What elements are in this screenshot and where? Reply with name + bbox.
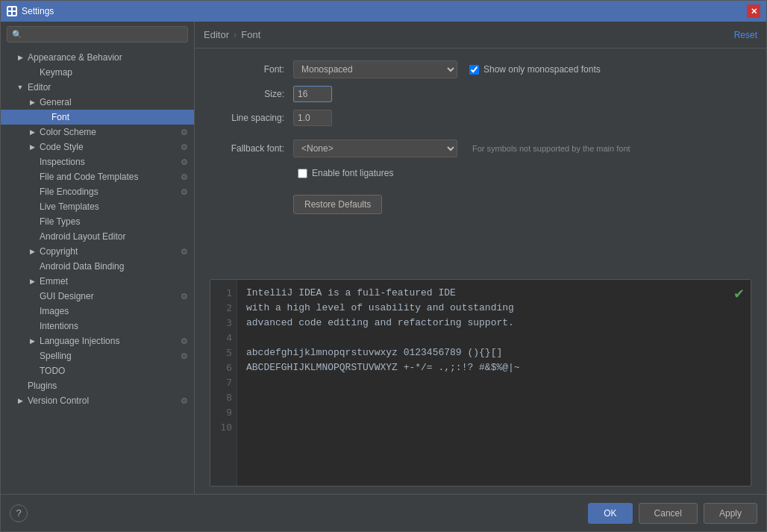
breadcrumb: Editor › Font — [204, 29, 260, 40]
sidebar-item-android-data-binding[interactable]: Android Data Binding — [1, 259, 194, 274]
line-spacing-label: Line spacing: — [210, 113, 284, 123]
ok-button[interactable]: OK — [588, 503, 632, 524]
search-input[interactable] — [25, 29, 183, 40]
line-num-2: 2 — [226, 301, 232, 316]
line-num-7: 7 — [226, 375, 232, 390]
close-button[interactable]: ✕ — [747, 4, 760, 18]
sidebar-item-images[interactable]: Images — [1, 304, 194, 319]
sidebar-item-label: File and Code Templates — [40, 172, 139, 182]
sidebar-item-file-types[interactable]: File Types — [1, 214, 194, 229]
sidebar-item-language-injections[interactable]: Language Injections ⚙ — [1, 334, 194, 348]
line-numbers: 1 2 3 4 5 6 7 8 9 10 — [210, 280, 237, 486]
code-line-8 — [246, 390, 742, 405]
sidebar-item-live-templates[interactable]: Live Templates — [1, 199, 194, 214]
sidebar-item-todo[interactable]: TODO — [1, 363, 194, 378]
svg-rect-1 — [13, 7, 16, 10]
sidebar-item-label: Code Style — [40, 142, 84, 152]
help-button[interactable]: ? — [10, 504, 28, 522]
line-spacing-input[interactable] — [293, 110, 332, 126]
search-box[interactable]: 🔍 — [7, 26, 188, 43]
settings-icon: ⚙ — [181, 128, 188, 137]
sidebar-item-emmet[interactable]: Emmet — [1, 274, 194, 289]
sidebar-item-label: Plugins — [28, 381, 57, 391]
window-icon — [7, 6, 17, 16]
size-input[interactable] — [293, 86, 332, 102]
settings-icon: ⚙ — [181, 292, 188, 301]
sidebar-item-version-control[interactable]: Version Control ⚙ — [1, 393, 194, 408]
arrow-icon — [28, 277, 37, 286]
sidebar-item-label: Keymap — [40, 67, 72, 78]
size-row: Size: — [210, 86, 751, 102]
arrow-icon — [28, 143, 37, 151]
svg-rect-3 — [13, 12, 16, 15]
sidebar-item-keymap[interactable]: Keymap — [1, 65, 194, 80]
settings-icon: ⚙ — [181, 143, 188, 152]
sidebar-item-copyright[interactable]: Copyright ⚙ — [1, 244, 194, 259]
sidebar-item-label: Android Data Binding — [40, 261, 124, 272]
arrow-icon — [16, 83, 25, 92]
sidebar-item-label: Live Templates — [40, 201, 99, 212]
sidebar-item-file-encodings[interactable]: File Encodings ⚙ — [1, 184, 194, 199]
sidebar-item-label: Copyright — [40, 246, 78, 257]
arrow-icon — [28, 128, 37, 137]
line-num-10: 10 — [220, 420, 232, 435]
code-line-10 — [246, 420, 742, 435]
sidebar-item-plugins[interactable]: Plugins — [1, 378, 194, 393]
bottom-bar: ? OK Cancel Apply — [1, 494, 766, 531]
settings-icon: ⚙ — [181, 172, 188, 182]
panel-body: Font: Monospaced Consolas Courier New De… — [195, 48, 766, 279]
line-num-1: 1 — [226, 286, 232, 301]
code-line-3: advanced code editing and refactoring su… — [246, 316, 742, 331]
sidebar-item-appearance[interactable]: Appearance & Behavior — [1, 50, 194, 65]
reset-button[interactable]: Reset — [734, 30, 757, 40]
arrow-icon — [28, 337, 37, 345]
sidebar-item-android-layout-editor[interactable]: Android Layout Editor — [1, 229, 194, 244]
code-line-6: ABCDEFGHIJKLMNOPQRSTUVWXYZ +-*/= .,;:!? … — [246, 360, 742, 375]
apply-button[interactable]: Apply — [704, 503, 757, 524]
restore-defaults-button[interactable]: Restore Defaults — [293, 195, 382, 214]
code-line-4 — [246, 331, 742, 345]
title-bar: Settings ✕ — [1, 1, 766, 22]
sidebar-item-general[interactable]: General — [1, 95, 194, 110]
sidebar-item-label: Spelling — [40, 351, 72, 361]
sidebar-item-label: Images — [40, 306, 69, 316]
sidebar-item-editor[interactable]: Editor — [1, 80, 194, 95]
sidebar-item-label: Editor — [28, 82, 51, 93]
cancel-button[interactable]: Cancel — [639, 503, 698, 524]
sidebar-item-code-style[interactable]: Code Style ⚙ — [1, 140, 194, 154]
sidebar-item-file-code-templates[interactable]: File and Code Templates ⚙ — [1, 169, 194, 184]
main-content: 🔍 Appearance & Behavior Keymap Editor — [1, 22, 766, 494]
breadcrumb-parent: Editor — [204, 29, 229, 40]
fallback-hint: For symbols not supported by the main fo… — [472, 144, 630, 153]
sidebar-item-intentions[interactable]: Intentions — [1, 319, 194, 334]
sidebar-item-font[interactable]: Font — [1, 110, 194, 125]
svg-rect-0 — [8, 7, 11, 10]
line-num-9: 9 — [226, 405, 232, 420]
font-row: Font: Monospaced Consolas Courier New De… — [210, 60, 751, 78]
fallback-font-row: Fallback font: <None> For symbols not su… — [210, 140, 751, 157]
arrow-icon — [16, 396, 25, 405]
sidebar-item-label: Language Injections — [40, 336, 119, 346]
sidebar-item-label: Color Scheme — [40, 127, 96, 137]
font-select[interactable]: Monospaced Consolas Courier New DejaVu S… — [293, 60, 457, 78]
sidebar-item-label: File Encodings — [40, 187, 98, 197]
show-monospaced-checkbox[interactable] — [469, 65, 479, 75]
arrow-icon — [16, 53, 25, 62]
fallback-font-select[interactable]: <None> — [293, 140, 457, 157]
breadcrumb-current: Font — [241, 29, 260, 40]
code-line-5: abcdefghijklmnopqrstuvwxyz 0123456789 ()… — [246, 345, 742, 360]
enable-ligatures-checkbox[interactable] — [298, 169, 307, 178]
sidebar-item-label: Font — [51, 112, 69, 122]
fallback-font-label: Fallback font: — [210, 143, 284, 154]
sidebar-item-gui-designer[interactable]: GUI Designer ⚙ — [1, 289, 194, 304]
right-panel: Editor › Font Reset Font: Monospaced Con… — [195, 22, 766, 494]
settings-icon: ⚙ — [181, 187, 188, 197]
sidebar-item-label: TODO — [40, 366, 65, 376]
sidebar-item-inspections[interactable]: Inspections ⚙ — [1, 154, 194, 169]
line-num-4: 4 — [226, 331, 232, 345]
sidebar-item-color-scheme[interactable]: Color Scheme ⚙ — [1, 125, 194, 140]
sidebar-item-spelling[interactable]: Spelling ⚙ — [1, 348, 194, 363]
settings-tree: Appearance & Behavior Keymap Editor Gene… — [1, 47, 194, 494]
arrow-icon — [28, 98, 37, 107]
code-line-2: with a high level of usability and outst… — [246, 301, 742, 316]
